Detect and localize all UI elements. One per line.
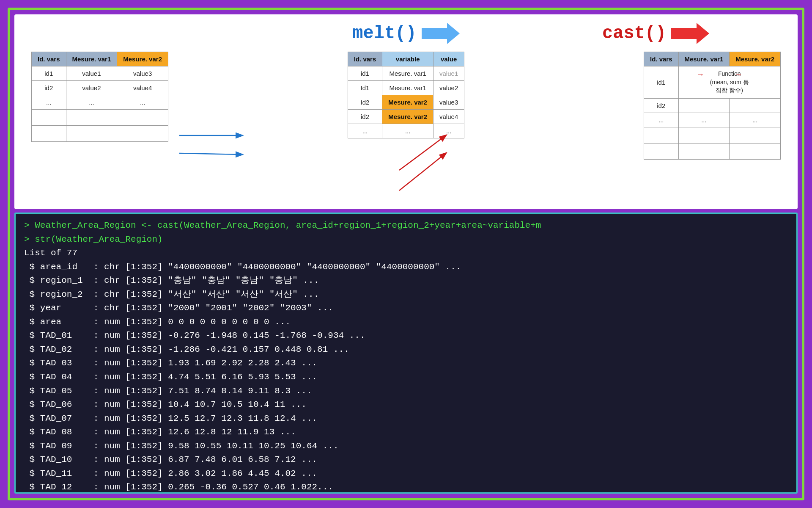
t3-r4c2 xyxy=(678,127,730,143)
code-line-tad07: $ TAD_07 : num [1:352] 12.5 12.7 12.3 11… xyxy=(24,412,788,426)
t3-r5c2 xyxy=(678,143,730,159)
t3-r1c1: id1 xyxy=(644,66,679,99)
table-row: id2 xyxy=(644,98,781,113)
code-line-1: > Weather_Area_Region <- cast(Weather_Ar… xyxy=(24,219,788,233)
table-row: id1 Function(mean, sum 등집합 함수) xyxy=(644,66,781,99)
melt-label: melt() xyxy=(352,23,416,44)
t3-r3c3: ... xyxy=(730,113,781,127)
t2-r1c2: Mesure. var1 xyxy=(382,66,433,81)
t1-r1c1: id1 xyxy=(32,66,66,81)
code-line-tad08: $ TAD_08 : num [1:352] 12.6 12.8 12 11.9… xyxy=(24,425,788,439)
table-row xyxy=(644,143,781,159)
t3-r2c2 xyxy=(678,98,730,113)
t3-r5c3 xyxy=(730,143,781,159)
svg-line-1 xyxy=(179,153,242,155)
t1-r1c2: value1 xyxy=(66,66,117,81)
code-line-tad12: $ TAD_12 : num [1:352] 0.265 -0.36 0.527… xyxy=(24,480,788,494)
svg-line-2 xyxy=(399,135,446,170)
t2-h3: value xyxy=(433,52,464,66)
t3-r4c1 xyxy=(644,127,679,143)
table-row: Id1 Mesure. var1 value2 xyxy=(348,81,464,95)
t1-r3c1: ... xyxy=(32,95,66,110)
t2-r3c2: Mesure. var2 xyxy=(382,95,433,110)
code-line-3: List of 77 xyxy=(24,246,788,260)
outer-border: melt() cast() Id. vars Mesure. var1 Mesu… xyxy=(8,8,804,500)
code-line-tad06: $ TAD_06 : num [1:352] 10.4 10.7 10.5 10… xyxy=(24,398,788,412)
t1-r2c2: value2 xyxy=(66,81,117,95)
t1-h2: Mesure. var1 xyxy=(66,52,117,66)
t2-r3c3: value3 xyxy=(433,95,464,110)
code-line-tad05: $ TAD_05 : num [1:352] 7.51 8.74 8.14 9.… xyxy=(24,384,788,398)
table2: Id. vars variable value id1 Mesure. var1… xyxy=(348,52,464,138)
t3-r4c3 xyxy=(730,127,781,143)
table-row: id2 value2 value4 xyxy=(32,81,168,95)
code-line-tad09: $ TAD_09 : num [1:352] 9.58 10.55 10.11 … xyxy=(24,439,788,453)
top-section: melt() cast() Id. vars Mesure. var1 Mesu… xyxy=(14,14,798,209)
code-line-tad10: $ TAD_10 : num [1:352] 6.87 7.48 6.01 6.… xyxy=(24,453,788,467)
svg-line-3 xyxy=(399,153,446,190)
code-line-tad01: $ TAD_01 : num [1:352] -0.276 -1.948 0.1… xyxy=(24,329,788,343)
t2-r2c3: value2 xyxy=(433,81,464,95)
table2-grid: Id. vars variable value id1 Mesure. var1… xyxy=(348,52,464,138)
t3-r3c1: ... xyxy=(644,113,679,127)
t2-r5c3: ... xyxy=(433,124,464,138)
table-row xyxy=(32,126,168,142)
code-line-tad11: $ TAD_11 : num [1:352] 2.86 3.02 1.86 4.… xyxy=(24,467,788,481)
code-line-region_1: $ region_1 : chr [1:352] "충남" "충남" "충남" … xyxy=(24,274,788,288)
cast-label: cast() xyxy=(602,23,666,44)
t1-r3c2: ... xyxy=(66,95,117,110)
red-arrow-indicator: → xyxy=(697,70,704,79)
t1-h1: Id. vars xyxy=(32,52,66,66)
code-line-2: > str(Weather_Area_Region) xyxy=(24,233,788,247)
t2-r2c2: Mesure. var1 xyxy=(382,81,433,95)
table3-grid: Id. vars Mesure. var1 Mesure. var2 id1 F… xyxy=(644,52,781,160)
t2-r5c1: ... xyxy=(348,124,382,138)
table3: Id. vars Mesure. var1 Mesure. var2 id1 F… xyxy=(644,52,781,160)
t3-r2c1: id2 xyxy=(644,98,679,113)
t3-function-cell: Function(mean, sum 등집합 함수) xyxy=(678,66,780,99)
tables-wrapper: Id. vars Mesure. var1 Mesure. var2 id1 v… xyxy=(31,52,781,160)
t1-r5c3 xyxy=(117,126,168,142)
code-line-tad03: $ TAD_03 : num [1:352] 1.93 1.69 2.92 2.… xyxy=(24,356,788,370)
table-row: Id2 Mesure. var2 value3 xyxy=(348,95,464,110)
table-row: id2 Mesure. var2 value4 xyxy=(348,110,464,124)
table-row: ... ... ... xyxy=(644,113,781,127)
t2-r1c1: id1 xyxy=(348,66,382,81)
t3-h2: Mesure. var1 xyxy=(678,52,730,66)
t1-h3: Mesure. var2 xyxy=(117,52,168,66)
table-row: ... ... ... xyxy=(348,124,464,138)
arrows-row: melt() cast() xyxy=(31,23,781,44)
t1-r5c1 xyxy=(32,126,66,142)
t3-r3c2: ... xyxy=(678,113,730,127)
t1-r4c3 xyxy=(117,110,168,126)
code-line-area_id: $ area_id : chr [1:352] "4400000000" "44… xyxy=(24,260,788,274)
t1-r3c3: ... xyxy=(117,95,168,110)
t2-r5c2: ... xyxy=(382,124,433,138)
code-line-area: $ area : num [1:352] 0 0 0 0 0 0 0 0 0 0… xyxy=(24,315,788,329)
t1-r4c1 xyxy=(32,110,66,126)
t3-h1: Id. vars xyxy=(644,52,679,66)
t3-r2c3 xyxy=(730,98,781,113)
t3-r5c1 xyxy=(644,143,679,159)
table-row xyxy=(644,127,781,143)
t2-r4c3: value4 xyxy=(433,110,464,124)
t2-r4c1: id2 xyxy=(348,110,382,124)
code-line-tad02: $ TAD_02 : num [1:352] -1.286 -0.421 0.1… xyxy=(24,343,788,357)
t1-r5c2 xyxy=(66,126,117,142)
t2-h2: variable xyxy=(382,52,433,66)
code-line-year: $ year : chr [1:352] "2000" "2001" "2002… xyxy=(24,301,788,315)
t1-r2c3: value4 xyxy=(117,81,168,95)
cast-arrow-icon xyxy=(671,23,709,44)
red-arrow-indicator2: → xyxy=(735,70,742,79)
t2-r4c2: Mesure. var2 xyxy=(382,110,433,124)
melt-arrow-icon xyxy=(422,23,460,44)
t1-r1c3: value3 xyxy=(117,66,168,81)
table-row: id1 Mesure. var1 value1 xyxy=(348,66,464,81)
table-row: id1 value1 value3 xyxy=(32,66,168,81)
table1-grid: Id. vars Mesure. var1 Mesure. var2 id1 v… xyxy=(31,52,168,142)
t2-r1c3: value1 xyxy=(433,66,464,81)
t3-h3: Mesure. var2 xyxy=(730,52,781,66)
bottom-section: > Weather_Area_Region <- cast(Weather_Ar… xyxy=(14,213,798,494)
code-line-tad04: $ TAD_04 : num [1:352] 4.74 5.51 6.16 5.… xyxy=(24,370,788,384)
t2-r3c1: Id2 xyxy=(348,95,382,110)
